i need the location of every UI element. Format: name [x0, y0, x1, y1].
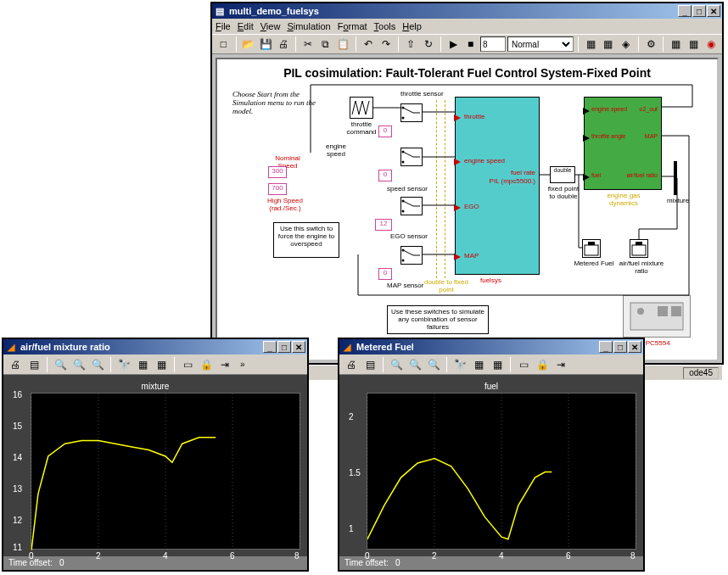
scope2-params[interactable]: ▤ — [361, 356, 378, 373]
menu-file[interactable]: File — [216, 21, 231, 31]
tb-icon-f[interactable]: ◉ — [703, 36, 719, 53]
engine-speed-label: engine speed — [319, 142, 353, 158]
maximize-button[interactable]: □ — [692, 5, 706, 17]
copy-button[interactable]: ⧉ — [318, 36, 334, 53]
scope2-title: Metered Fuel — [356, 342, 414, 352]
scope1-maximize[interactable]: □ — [277, 341, 291, 353]
scope1-signal-sel[interactable]: ⇥ — [216, 356, 233, 373]
fixed-to-double-block[interactable]: double — [550, 166, 575, 183]
tb-icon-b[interactable]: ▦ — [601, 36, 617, 53]
scope2-float[interactable]: ▭ — [515, 356, 532, 373]
menu-help[interactable]: Help — [402, 21, 422, 31]
scope2-autoscale[interactable]: 🔭 — [451, 356, 468, 373]
scope1-float[interactable]: ▭ — [179, 356, 196, 373]
menu-tools[interactable]: Tools — [374, 21, 396, 31]
scope1-autoscale[interactable]: 🔭 — [115, 356, 132, 373]
redo-button[interactable]: ↷ — [378, 36, 394, 53]
throttle-command-block[interactable] — [350, 97, 373, 119]
const-12[interactable]: 12 — [375, 219, 392, 231]
scope1-save-axes[interactable]: ▦ — [134, 356, 151, 373]
stop-sim-button[interactable]: ■ — [462, 36, 479, 53]
refresh-button[interactable]: ↻ — [420, 36, 436, 53]
nominal-speed-const[interactable]: 300 — [268, 166, 287, 178]
scope1-toolbar: 🖨 ▤ 🔍 🔍 🔍 🔭 ▦ ▦ ▭ 🔒 ⇥ » — [3, 354, 307, 375]
simulink-main-window: ▤ multi_demo_fuelsys _ □ ✕ File Edit Vie… — [210, 2, 724, 365]
scope1-print[interactable]: 🖨 — [7, 356, 24, 373]
scope2-lock[interactable]: 🔒 — [534, 356, 551, 373]
scope2-print[interactable]: 🖨 — [343, 356, 360, 373]
svg-rect-21 — [658, 306, 668, 316]
save-button[interactable]: 💾 — [258, 36, 274, 53]
y-tick: 2 — [349, 412, 354, 421]
scope1-titlebar[interactable]: ◢ air/fuel mixture ratio _ □ ✕ — [3, 339, 307, 354]
mux-block[interactable] — [674, 161, 677, 195]
model-canvas[interactable]: PIL cosimulation: Fault-Tolerant Fuel Co… — [216, 58, 719, 361]
undo-button[interactable]: ↶ — [361, 36, 377, 53]
scope2-signal-sel[interactable]: ⇥ — [552, 356, 569, 373]
engine-block[interactable]: engine speed o2_out throttle angle MAP f… — [584, 97, 662, 190]
scope2-titlebar[interactable]: ◢ Metered Fuel _ □ ✕ — [339, 339, 643, 354]
scope1-zoom-x[interactable]: 🔍 — [70, 356, 87, 373]
scope1-close[interactable]: ✕ — [292, 341, 305, 353]
const-0b[interactable]: 0 — [378, 170, 392, 181]
new-button[interactable]: □ — [216, 36, 232, 53]
nav-up-button[interactable]: ⇧ — [403, 36, 419, 53]
scope2-save-axes[interactable]: ▦ — [470, 356, 487, 373]
open-button[interactable]: 📂 — [241, 36, 257, 53]
scope2-restore[interactable]: ▦ — [489, 356, 506, 373]
scope2-maximize[interactable]: □ — [613, 341, 627, 353]
cut-button[interactable]: ✂ — [300, 36, 316, 53]
scope2-minimize[interactable]: _ — [599, 341, 613, 353]
scope1-params[interactable]: ▤ — [25, 356, 42, 373]
paste-button[interactable]: 📋 — [335, 36, 351, 53]
close-button[interactable]: ✕ — [707, 5, 720, 17]
scope1-zoom-y[interactable]: 🔍 — [89, 356, 106, 373]
scope1-minimize[interactable]: _ — [263, 341, 277, 353]
switch-3[interactable] — [400, 197, 423, 215]
tb-icon-d[interactable]: ▦ — [668, 36, 684, 53]
menu-format[interactable]: Format — [338, 21, 367, 31]
menu-simulation[interactable]: Simulation — [287, 21, 330, 31]
metered-fuel-scope[interactable] — [582, 239, 601, 258]
speed-sensor-label: speed sensor — [387, 185, 428, 193]
scope2-zoom-y[interactable]: 🔍 — [425, 356, 442, 373]
const-0a[interactable]: 0 — [378, 126, 392, 137]
scope2-plot[interactable]: 2 1.5 1 0 2 4 6 8 — [367, 393, 636, 550]
switch-1[interactable] — [400, 103, 423, 122]
scope1-zoom[interactable]: 🔍 — [52, 356, 69, 373]
mixture-scope[interactable] — [630, 239, 648, 258]
scope1-plot[interactable]: 16 15 14 13 12 11 0 2 4 6 8 — [31, 393, 300, 550]
double-to-fixed-label: double to fixed point — [421, 278, 472, 293]
x-tick: 6 — [566, 551, 571, 561]
menu-view[interactable]: View — [260, 21, 281, 31]
sim-mode-select[interactable]: Normal — [507, 36, 574, 52]
scope1-restore[interactable]: ▦ — [153, 356, 170, 373]
y-tick: 15 — [13, 421, 22, 431]
start-sim-button[interactable]: ▶ — [445, 36, 462, 53]
fuelsys-block[interactable]: throttle engine speed EGO MAP PIL (mpc55… — [455, 97, 540, 275]
svg-line-0 — [403, 108, 413, 113]
x-tick: 2 — [432, 551, 437, 561]
tb-icon-c[interactable]: ◈ — [618, 36, 634, 53]
scope2-close[interactable]: ✕ — [628, 341, 641, 353]
menu-edit[interactable]: Edit — [238, 21, 254, 31]
main-title: multi_demo_fuelsys — [229, 6, 319, 16]
build-button[interactable]: ⚙ — [643, 36, 659, 53]
scope1-lock[interactable]: 🔒 — [198, 356, 215, 373]
high-speed-const[interactable]: 700 — [268, 183, 287, 195]
tb-icon-a[interactable]: ▦ — [583, 36, 599, 53]
switch-4[interactable] — [400, 246, 423, 265]
signal-icon — [350, 98, 372, 118]
switch-2[interactable] — [400, 148, 423, 166]
scope2-zoom[interactable]: 🔍 — [388, 356, 405, 373]
tb-icon-e[interactable]: ▦ — [686, 36, 702, 53]
const-0c[interactable]: 0 — [378, 268, 392, 280]
print-button[interactable]: 🖨 — [276, 36, 292, 53]
scope2-zoom-x[interactable]: 🔍 — [406, 356, 423, 373]
minimize-button[interactable]: _ — [678, 5, 692, 17]
main-titlebar[interactable]: ▤ multi_demo_fuelsys _ □ ✕ — [212, 3, 722, 19]
y-tick: 1 — [349, 524, 354, 533]
matlab-icon: ◢ — [5, 341, 17, 353]
x-tick: 0 — [365, 551, 370, 561]
stop-time-input[interactable] — [480, 36, 506, 52]
